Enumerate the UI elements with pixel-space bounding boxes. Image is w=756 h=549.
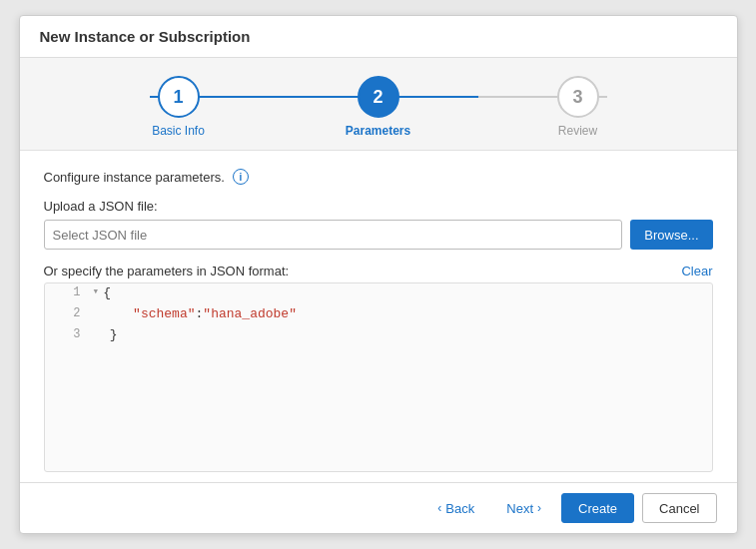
upload-row: Browse... — [44, 220, 713, 250]
specify-text: Or specify the parameters in JSON format… — [44, 264, 290, 278]
next-label: Next — [506, 501, 533, 516]
code-line-2: 2 "schema" : "hana_adobe" — [45, 304, 712, 325]
code-line-3: 3 } — [45, 325, 712, 346]
code-key: "schema" — [110, 304, 196, 325]
back-label: Back — [445, 501, 474, 516]
step-1-circle: 1 — [158, 76, 200, 118]
step-2-circle: 2 — [358, 76, 399, 118]
step-2: 2 Parameters — [279, 76, 478, 138]
dialog-footer: ‹ Back Next › Create Cancel — [20, 482, 737, 533]
create-button[interactable]: Create — [561, 493, 634, 523]
stepper: 1 Basic Info 2 Parameters 3 Review — [20, 58, 737, 151]
info-icon[interactable]: i — [233, 169, 249, 185]
browse-button[interactable]: Browse... — [630, 220, 712, 250]
code-line-1: 1 ▾ { — [45, 283, 712, 304]
code-brace-open: { — [103, 283, 111, 304]
clear-button[interactable]: Clear — [681, 264, 712, 278]
new-instance-dialog: New Instance or Subscription 1 Basic Inf… — [19, 15, 738, 534]
step-1: 1 Basic Info — [79, 76, 279, 138]
next-button[interactable]: Next › — [494, 493, 553, 523]
cancel-button[interactable]: Cancel — [642, 493, 716, 523]
step-3-label: Review — [558, 124, 597, 138]
line-num-3: 3 — [53, 325, 81, 344]
configure-text: Configure instance parameters. — [44, 170, 225, 185]
back-chevron: ‹ — [437, 501, 441, 515]
line-num-1: 1 — [53, 283, 81, 302]
step-3-circle: 3 — [557, 76, 599, 118]
configure-row: Configure instance parameters. i — [44, 169, 713, 185]
line-arrow-1: ▾ — [93, 283, 100, 301]
line-num-2: 2 — [53, 304, 81, 323]
next-chevron: › — [537, 501, 541, 515]
step-2-label: Parameters — [346, 124, 410, 138]
dialog-body: 1 Basic Info 2 Parameters 3 Review Confi… — [20, 58, 737, 482]
upload-label: Upload a JSON file: — [44, 199, 713, 214]
dialog-title: New Instance or Subscription — [20, 16, 737, 58]
code-editor[interactable]: 1 ▾ { 2 "schema" : "hana_adobe" 3 } — [44, 282, 713, 472]
specify-row: Or specify the parameters in JSON format… — [44, 264, 713, 278]
step-3: 3 Review — [478, 76, 678, 138]
step-1-label: Basic Info — [152, 124, 205, 138]
line-arrow-2 — [93, 304, 106, 322]
json-file-input[interactable] — [44, 220, 623, 250]
main-content: Configure instance parameters. i Upload … — [20, 151, 737, 482]
code-brace-close: } — [110, 325, 118, 346]
code-value: "hana_adobe" — [203, 304, 297, 325]
back-button[interactable]: ‹ Back — [425, 493, 486, 523]
code-colon: : — [196, 304, 204, 325]
line-arrow-3 — [93, 325, 106, 343]
